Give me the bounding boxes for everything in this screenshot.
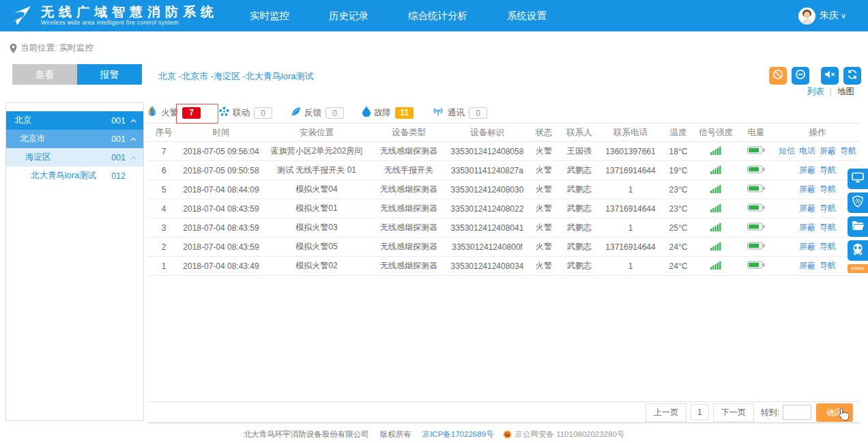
cell-status: 火警: [528, 218, 560, 238]
side-tool-protect[interactable]: [848, 192, 868, 213]
op-link[interactable]: 导航: [820, 165, 836, 175]
column-header: 联系人: [560, 124, 599, 142]
goto-page-input[interactable]: [783, 405, 811, 420]
user-menu[interactable]: 朱庆 ∨: [798, 0, 846, 31]
cell-temperature: 25°C: [662, 218, 695, 238]
filter-count-badge: 0: [254, 107, 272, 119]
table-row: 6 2018-07-05 09:50:58 测试 无线手报开关 01 无线手报开…: [147, 161, 860, 180]
alarm-table: 序号时间安装位置设备类型设备标识状态联系人联系电话温度信号强度电量操作 7 20…: [147, 123, 860, 276]
tree-item-beijing[interactable]: 北京 001: [6, 111, 143, 130]
battery-icon: [737, 218, 775, 238]
user-name: 朱庆: [820, 10, 839, 22]
op-link[interactable]: 导航: [820, 261, 836, 270]
cell-temperature: 23°C: [662, 199, 695, 218]
quick-refresh-icon[interactable]: [843, 67, 861, 85]
cell-seq: 6: [147, 161, 180, 180]
brand: 无线广域智慧消防系统 Wireless wide area intelligen…: [8, 3, 218, 28]
cell-contact: 武鹏志: [560, 238, 599, 257]
ban-icon: [772, 69, 783, 83]
op-link[interactable]: 屏蔽: [799, 203, 815, 213]
pagination: 上一页 1 下一页 转到: 确定: [147, 401, 860, 423]
cell-status: 火警: [528, 257, 560, 276]
column-header: 时间: [180, 124, 262, 142]
op-link[interactable]: 导航: [820, 203, 836, 213]
cell-phone: 13716914644: [599, 161, 662, 180]
quick-icon-bar: [764, 67, 861, 85]
quick-circle-minus-icon[interactable]: [792, 67, 809, 85]
filter-fire[interactable]: 火警 7: [147, 106, 201, 119]
filter-comm[interactable]: 通讯 0: [432, 106, 487, 119]
cell-time: 2018-07-04 08:44:09: [180, 180, 262, 199]
shield-gear-icon: [852, 195, 863, 210]
cell-phone: 13716914644: [599, 238, 662, 257]
op-link[interactable]: 屏蔽: [799, 261, 815, 270]
filter-count-badge: 0: [326, 107, 344, 119]
op-link[interactable]: 导航: [820, 242, 836, 251]
column-header: 序号: [147, 124, 180, 142]
confirm-button[interactable]: 确定: [816, 403, 853, 422]
op-link[interactable]: 短信: [779, 146, 795, 156]
view-list-link[interactable]: 列表: [807, 87, 824, 96]
table-row: 5 2018-07-04 08:44:09 模拟火警04 无线感烟探测器 335…: [147, 180, 860, 199]
tab-view[interactable]: 查看: [12, 64, 77, 85]
cell-temperature: 23°C: [662, 180, 695, 199]
cell-device-type: 无线感烟探测器: [371, 238, 446, 257]
op-link[interactable]: 屏蔽: [799, 223, 815, 232]
antenna-icon: [432, 106, 444, 119]
nav-item-statistics[interactable]: 综合统计分析: [408, 10, 467, 23]
cell-temperature: 18°C: [662, 142, 695, 161]
folder-icon: [852, 220, 864, 233]
quick-speaker-mute-icon[interactable]: [821, 67, 839, 85]
cell-contact: 武鹏志: [560, 180, 599, 199]
op-link[interactable]: 导航: [820, 184, 836, 194]
signal-strength-icon: [695, 180, 737, 199]
op-link[interactable]: 导航: [840, 146, 856, 156]
cell-device-id: 3353012412408030: [446, 180, 528, 199]
breadcrumb: 当前位置: 实时监控: [10, 42, 93, 54]
cell-status: 火警: [528, 238, 560, 257]
filter-fault[interactable]: 故障 11: [362, 106, 414, 119]
alarm-filter-bar: 火警 7 联动 0 反馈 0 故障 11 通讯 0 列表|地图: [147, 102, 860, 123]
prev-page-button[interactable]: 上一页: [646, 403, 686, 422]
cell-seq: 5: [147, 180, 180, 199]
region-path: 北京 -北京市 -海淀区 -北大青鸟lora测试: [158, 70, 314, 83]
tree-item-beijing-shi[interactable]: 北京市 001: [6, 130, 143, 148]
op-link[interactable]: 导航: [820, 223, 836, 232]
filter-linkage[interactable]: 联动 0: [219, 106, 272, 119]
side-tool-archive[interactable]: [848, 216, 868, 237]
next-page-button[interactable]: 下一页: [713, 403, 754, 422]
tab-alarm[interactable]: 报警: [77, 64, 142, 85]
op-link[interactable]: 屏蔽: [799, 242, 815, 251]
page-number-button[interactable]: 1: [691, 404, 709, 420]
filter-feedback[interactable]: 反馈 0: [291, 106, 344, 119]
footer-icp-link[interactable]: 京ICP备17022689号: [422, 429, 494, 440]
footer: 北大青鸟环宇消防设备股份有限公司 版权所有 京ICP备17022689号 京公网…: [0, 429, 868, 440]
cell-contact: 王国强: [560, 142, 599, 161]
view-map-link[interactable]: 地图: [837, 87, 854, 96]
cell-device-id: 3353012412408034: [446, 257, 528, 276]
chevron-up-icon: [128, 137, 138, 141]
op-link[interactable]: 电话: [799, 146, 815, 156]
op-link[interactable]: 屏蔽: [799, 165, 815, 175]
op-link[interactable]: 屏蔽: [820, 146, 836, 156]
cell-seq: 3: [147, 218, 180, 238]
cell-phone: 13716914644: [599, 199, 662, 218]
cell-phone: 1: [599, 180, 662, 199]
side-toolbar: 防毒面具: [848, 169, 868, 273]
cell-seq: 2: [147, 238, 180, 257]
cell-seq: 1: [147, 257, 180, 276]
battery-icon: [737, 180, 775, 199]
view-switch: 列表|地图: [807, 86, 854, 98]
cell-device-type: 无线感烟探测器: [371, 218, 446, 238]
op-link[interactable]: 屏蔽: [799, 184, 815, 194]
side-tool-gasmask[interactable]: [848, 240, 868, 261]
cell-time: 2018-07-04 08:43:59: [180, 218, 262, 238]
nav-item-realtime[interactable]: 实时监控: [250, 10, 289, 23]
quick-ban-icon[interactable]: [769, 67, 787, 85]
signal-strength-icon: [695, 161, 737, 180]
tree-item-haidian[interactable]: 海淀区 001: [6, 148, 143, 167]
tree-item-lora-test[interactable]: 北大青鸟lora测试 012: [6, 167, 143, 185]
side-tool-screen[interactable]: [848, 169, 868, 189]
nav-item-settings[interactable]: 系统设置: [507, 10, 547, 23]
nav-item-history[interactable]: 历史记录: [329, 10, 368, 23]
